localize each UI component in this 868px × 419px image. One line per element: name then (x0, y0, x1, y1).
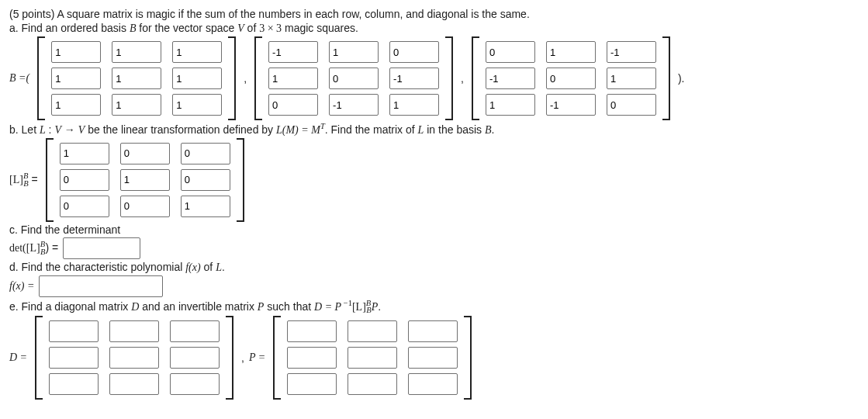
B1-cell-1-1[interactable] (112, 68, 161, 89)
B1-cell-2-1[interactable] (112, 94, 161, 116)
B1-cell-0-0[interactable] (51, 41, 101, 63)
D-label: D = (9, 351, 27, 364)
B-equals: B =( (9, 72, 29, 85)
fx-input[interactable] (39, 275, 163, 297)
D-cell-2-1[interactable] (109, 373, 159, 395)
B3-cell-2-2[interactable] (607, 94, 656, 116)
det-pre: det([L] (9, 242, 40, 254)
L-cell-2-2[interactable] (181, 196, 230, 217)
b-inbasis: in the basis (424, 123, 485, 136)
comma2: , (461, 72, 464, 85)
fx-label: f(x) = (9, 280, 34, 293)
B2-cell-1-2[interactable] (389, 68, 439, 89)
bracket-right-icon (662, 36, 670, 120)
LBB-pre: [L] (9, 174, 23, 185)
B1-cell-0-2[interactable] (172, 41, 222, 63)
L-cell-0-1[interactable] (120, 143, 170, 164)
D-cell-1-1[interactable] (109, 347, 159, 369)
bracket-left-icon (472, 36, 479, 120)
P-cell-1-1[interactable] (348, 347, 397, 369)
B2-cell-0-1[interactable] (329, 41, 379, 63)
close-paren: ). (678, 72, 685, 85)
P-label: P = (249, 351, 265, 364)
b-dot: . (492, 123, 495, 136)
part-a-text: a. Find an ordered basis B for the vecto… (9, 22, 859, 35)
B3-cell-2-0[interactable] (486, 94, 535, 116)
B3-cell-0-1[interactable] (546, 41, 596, 63)
L-cell-2-0[interactable] (60, 196, 109, 217)
sym-V: V (237, 23, 244, 34)
bracket-left-icon (35, 316, 43, 400)
e-such: such that (264, 300, 314, 312)
d-L: L (216, 261, 222, 273)
comma1: , (244, 72, 247, 85)
intro-points: (5 points) A square matrix is magic if t… (9, 8, 859, 20)
e-and: and an invertible matrix (139, 300, 258, 312)
d-fx: f(x) (185, 261, 200, 273)
det-eq: ) = (46, 241, 59, 254)
L-cell-2-1[interactable] (120, 196, 170, 217)
bracket-right-icon (464, 316, 472, 400)
B1-cell-2-0[interactable] (51, 94, 101, 116)
B3-cell-1-1[interactable] (546, 68, 596, 89)
part-a-pre: a. Find an ordered basis (9, 22, 130, 34)
P-cell-0-1[interactable] (348, 320, 397, 342)
L-cell-0-2[interactable] (181, 143, 230, 164)
B2-cell-2-0[interactable] (268, 94, 318, 116)
B1-cell-1-2[interactable] (172, 68, 222, 89)
P-cell-1-2[interactable] (408, 347, 458, 369)
matrix-D (35, 316, 233, 400)
P-cell-2-0[interactable] (287, 373, 337, 395)
B2-cell-2-2[interactable] (389, 94, 439, 116)
D-cell-0-2[interactable] (170, 320, 220, 342)
e-LBB: [L] (352, 300, 366, 312)
P-cell-2-2[interactable] (408, 373, 458, 395)
L-cell-1-0[interactable] (60, 169, 109, 191)
D-cell-0-0[interactable] (49, 320, 99, 342)
B3-cell-0-0[interactable] (486, 41, 535, 63)
L-cell-1-1[interactable] (120, 169, 170, 191)
B2-cell-0-0[interactable] (268, 41, 318, 63)
D-cell-1-2[interactable] (170, 347, 220, 369)
b-LM: L(M) = M (276, 124, 320, 136)
det-label: det([L]BB) = (9, 240, 58, 255)
B3-cell-0-2[interactable] (607, 41, 656, 63)
B2-cell-1-1[interactable] (329, 68, 379, 89)
L-cell-0-0[interactable] (60, 143, 109, 164)
e-neg1: −1 (341, 299, 352, 307)
B1-cell-2-2[interactable] (172, 94, 222, 116)
L-cell-1-2[interactable] (181, 169, 230, 191)
bracket-right-icon (445, 36, 453, 120)
matrix-B3 (472, 36, 670, 120)
matrix-P (273, 316, 472, 400)
P-cell-2-1[interactable] (348, 373, 397, 395)
D-cell-2-2[interactable] (170, 373, 220, 395)
B2-cell-1-0[interactable] (268, 68, 318, 89)
P-cell-1-0[interactable] (287, 347, 337, 369)
B3-cell-1-0[interactable] (486, 68, 535, 89)
D-cell-0-1[interactable] (109, 320, 159, 342)
det-input[interactable] (63, 237, 140, 259)
LBB-eq: = (29, 173, 38, 185)
b-arrow: → (61, 123, 78, 136)
B3-cell-2-1[interactable] (546, 94, 596, 116)
B3-cell-1-2[interactable] (607, 68, 656, 89)
b-pre: b. Let (9, 123, 40, 136)
part-a-of: of (244, 22, 259, 34)
DP-row: D = , P = (9, 316, 859, 400)
b-B: B (485, 124, 492, 136)
B1-cell-0-1[interactable] (112, 41, 161, 63)
D-cell-1-0[interactable] (49, 347, 99, 369)
B2-cell-0-2[interactable] (389, 41, 439, 63)
B2-cell-2-1[interactable] (329, 94, 379, 116)
part-a-for: for the vector space (136, 22, 237, 34)
P-cell-0-0[interactable] (287, 320, 337, 342)
B1-cell-1-0[interactable] (51, 68, 101, 89)
P-cell-0-2[interactable] (408, 320, 458, 342)
b-colon: : (46, 123, 55, 136)
matrix-B2 (254, 36, 453, 120)
LBB-row: [L]BB = (9, 138, 859, 222)
D-cell-2-0[interactable] (49, 373, 99, 395)
det-row: det([L]BB) = (9, 237, 859, 259)
e-Ptail: P (372, 300, 379, 312)
